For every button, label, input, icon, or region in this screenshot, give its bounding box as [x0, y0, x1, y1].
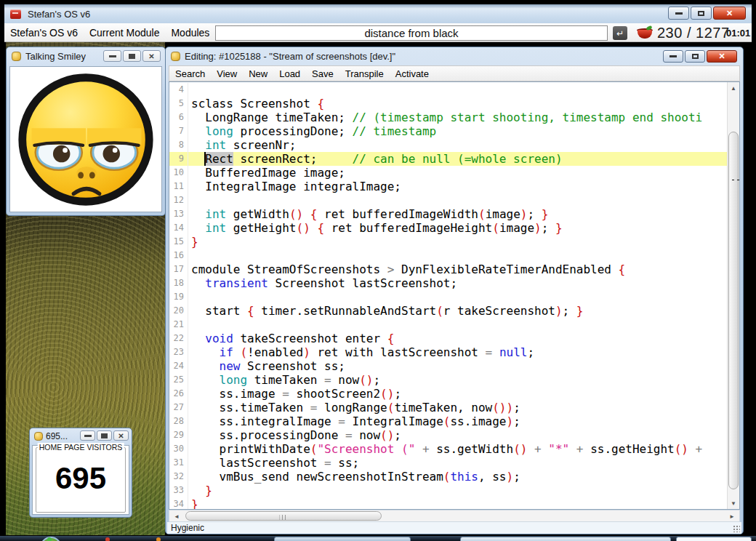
minimize-button[interactable]	[103, 50, 121, 62]
code-token: ()	[513, 442, 527, 456]
maximize-button[interactable]	[691, 7, 712, 20]
code-line[interactable]: 29 ss.processingDone = now();	[169, 428, 727, 442]
menu-item-current-module[interactable]: Current Module	[84, 23, 166, 42]
minimize-button[interactable]	[663, 50, 683, 63]
vertical-scroll-thumb[interactable]	[728, 132, 739, 489]
vertical-scrollbar[interactable]: ▲ ▼	[727, 82, 739, 509]
edge-resize-dots-icon[interactable]	[731, 179, 739, 181]
code-line[interactable]: 33 }	[169, 484, 727, 497]
code-line[interactable]: 20 start { timer.setRunnableAndStart(r t…	[169, 304, 727, 318]
code-token	[233, 345, 241, 359]
minimize-button[interactable]	[668, 7, 689, 20]
scroll-left-icon[interactable]: ◄	[171, 510, 182, 522]
taskbar-button[interactable]	[676, 537, 752, 541]
code-token: int	[205, 138, 226, 152]
horizontal-scroll-thumb[interactable]	[185, 511, 382, 521]
menu-item-transpile[interactable]: Transpile	[339, 66, 390, 81]
code-token: long	[205, 124, 233, 138]
code-line[interactable]: 6 LongRange timeTaken; // (timestamp sta…	[169, 111, 727, 124]
code-line[interactable]: 30 printWithDate("Screenshot (" + ss.get…	[169, 442, 727, 456]
code-line[interactable]: 9 Rect screenRect; // can be null (=whol…	[169, 152, 727, 166]
code-line[interactable]: 26 ss.image = shootScreen2();	[169, 387, 727, 401]
code-line[interactable]: 19	[169, 290, 727, 304]
taskbar-button[interactable]	[274, 537, 411, 541]
enter-button[interactable]: ↵	[613, 26, 627, 40]
code-line[interactable]: 13 int getWidth() { ret bufferedImageWid…	[169, 207, 727, 221]
code-token: (	[443, 414, 451, 428]
line-number: 9	[169, 152, 188, 166]
minimize-button[interactable]	[80, 430, 95, 441]
code-line[interactable]: 10 BufferedImage image;	[169, 166, 727, 180]
editor-titlebar[interactable]: Editing: #1025188 - "Stream of screensho…	[166, 47, 743, 65]
search-input[interactable]	[215, 25, 608, 41]
code-token: =	[486, 345, 493, 359]
code-token: !enabled	[247, 345, 303, 359]
code-line[interactable]: 31 lastScreenshot = ss;	[169, 456, 727, 470]
code-line[interactable]: 4	[169, 83, 727, 97]
resize-grip-icon[interactable]	[733, 525, 740, 532]
menu-item-search[interactable]: Search	[169, 66, 211, 81]
code-line[interactable]: 11 IntegralImage integralImage;	[169, 180, 727, 193]
code-line[interactable]: 24 new Screenshot ss;	[169, 359, 727, 373]
window-icon	[12, 52, 21, 61]
menu-item-new[interactable]: New	[243, 66, 273, 81]
maximize-button[interactable]	[123, 50, 141, 62]
code-token: DynFlexibleRateTimerAndEnabled	[394, 263, 618, 276]
code-line[interactable]: 7 long processingDone; // timestamp	[169, 124, 727, 138]
code-line[interactable]: 17cmodule StreamOfScreenshots > DynFlexi…	[169, 263, 727, 276]
code-token	[191, 332, 205, 345]
scroll-up-icon[interactable]: ▲	[728, 82, 739, 94]
code-line[interactable]: 23 if (!enabled) ret with lastScreenshot…	[169, 345, 727, 359]
close-icon: ✕	[726, 9, 733, 17]
close-button[interactable]: ✕	[713, 7, 746, 20]
visitors-window: 695... ✕ HOME PAGE VISITORS 695	[29, 428, 132, 518]
line-number: 19	[169, 290, 188, 304]
close-button[interactable]: ✕	[113, 430, 129, 441]
code-line[interactable]: 8 int screenNr;	[169, 138, 727, 152]
pot-icon[interactable]	[637, 27, 653, 39]
code-line[interactable]: 21	[169, 318, 727, 332]
main-titlebar: Stefan's OS v6 ✕	[4, 4, 752, 23]
code-line[interactable]: 14 int getHeight() { ret bufferedImageHe…	[169, 221, 727, 235]
line-number: 28	[169, 414, 188, 428]
menu-item-modules[interactable]: Modules	[165, 23, 215, 42]
code-line[interactable]: 34}	[169, 497, 727, 509]
code-token: processingDone;	[233, 124, 353, 138]
code-token: start	[191, 304, 247, 318]
code-line[interactable]: 28 ss.integralImage = IntegralImage(ss.i…	[169, 414, 727, 428]
taskbar[interactable]	[0, 535, 756, 541]
maximize-button[interactable]	[97, 430, 112, 441]
code-token: ()	[359, 373, 373, 387]
code-token: =	[310, 401, 318, 414]
maximize-button[interactable]	[685, 50, 705, 63]
scroll-down-icon[interactable]: ▼	[728, 497, 739, 509]
menu-item-activate[interactable]: Activate	[390, 66, 435, 81]
code-line[interactable]: 22 void takeScreenshot enter {	[169, 332, 727, 345]
horizontal-scrollbar[interactable]: ◄ ►	[169, 510, 740, 522]
close-button[interactable]: ✕	[707, 50, 737, 63]
code-editor[interactable]: 45sclass Screenshot {6 LongRange timeTak…	[169, 81, 740, 510]
code-line[interactable]: 25 long timeTaken = now();	[169, 373, 727, 387]
editor-window: Editing: #1025188 - "Stream of screensho…	[165, 47, 744, 534]
code-line[interactable]: 15}	[169, 235, 727, 249]
close-icon: ✕	[148, 52, 154, 60]
code-line[interactable]: 18 transient Screenshot lastScreenshot;	[169, 276, 727, 290]
code-line[interactable]: 32 vmBus_send newScreenshotInStream(this…	[169, 470, 727, 484]
code-line[interactable]: 16	[169, 249, 727, 263]
menu-item-save[interactable]: Save	[306, 66, 339, 81]
code-text	[188, 249, 191, 263]
code-line[interactable]: 27 ss.timeTaken = longRange(timeTaken, n…	[169, 401, 727, 414]
code-line[interactable]: 12	[169, 193, 727, 207]
visitors-titlebar[interactable]: 695... ✕	[30, 428, 132, 444]
menu-item-load[interactable]: Load	[273, 66, 306, 81]
taskbar-button[interactable]	[460, 537, 671, 541]
menu-item-stefan-s-os-v6[interactable]: Stefan's OS v6	[4, 23, 84, 42]
code-line[interactable]: 5sclass Screenshot {	[169, 97, 727, 111]
scroll-right-icon[interactable]: ►	[726, 510, 738, 522]
close-button[interactable]: ✕	[142, 50, 161, 62]
code-token: =	[338, 414, 345, 428]
menu-item-view[interactable]: View	[211, 66, 243, 81]
code-text: ss.processingDone = now();	[188, 428, 401, 442]
smiley-titlebar[interactable]: Talking Smiley ✕	[7, 47, 165, 65]
code-token: screenRect;	[233, 152, 353, 166]
